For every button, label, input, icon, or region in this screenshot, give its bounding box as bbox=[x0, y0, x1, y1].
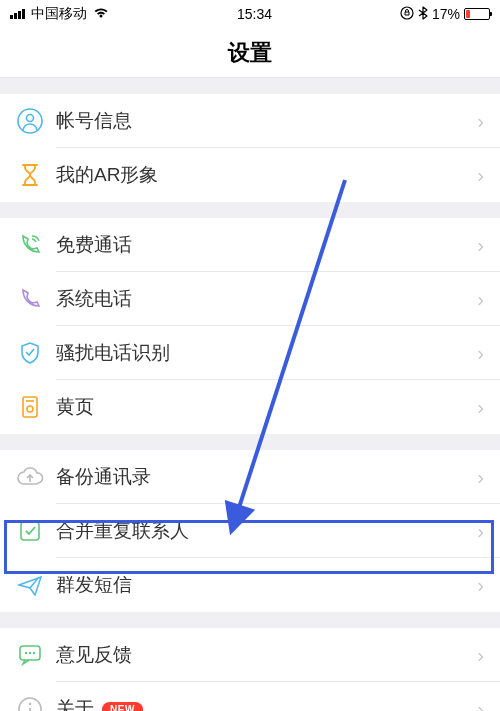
chevron-right-icon: › bbox=[477, 644, 484, 667]
item-spam-detection[interactable]: 骚扰电话识别 › bbox=[0, 326, 500, 380]
settings-group-4: 意见反馈 › 关于 NEW › bbox=[0, 628, 500, 711]
chevron-right-icon: › bbox=[477, 110, 484, 133]
bluetooth-icon bbox=[418, 6, 428, 23]
item-system-call[interactable]: 系统电话 › bbox=[0, 272, 500, 326]
item-label: 免费通话 bbox=[56, 232, 471, 258]
orientation-lock-icon bbox=[400, 6, 414, 23]
item-account-info[interactable]: 帐号信息 › bbox=[0, 94, 500, 148]
phone-wifi-icon bbox=[16, 231, 44, 259]
item-label: 合并重复联系人 bbox=[56, 518, 471, 544]
chevron-right-icon: › bbox=[477, 396, 484, 419]
status-bar: 中国移动 15:34 17% bbox=[0, 0, 500, 28]
item-about[interactable]: 关于 NEW › bbox=[0, 682, 500, 711]
hourglass-icon bbox=[16, 161, 44, 189]
item-label: 系统电话 bbox=[56, 286, 471, 312]
info-icon bbox=[16, 695, 44, 711]
item-bulk-sms[interactable]: 群发短信 › bbox=[0, 558, 500, 612]
battery-percent: 17% bbox=[432, 6, 460, 22]
item-yellow-pages[interactable]: 黄页 › bbox=[0, 380, 500, 434]
page-header: 设置 bbox=[0, 28, 500, 78]
page-title: 设置 bbox=[228, 38, 272, 68]
item-backup-contacts[interactable]: 备份通讯录 › bbox=[0, 450, 500, 504]
settings-group-2: 免费通话 › 系统电话 › 骚扰电话识别 › 黄页 › bbox=[0, 218, 500, 434]
item-feedback[interactable]: 意见反馈 › bbox=[0, 628, 500, 682]
item-label: 帐号信息 bbox=[56, 108, 471, 134]
send-icon bbox=[16, 571, 44, 599]
item-ar-avatar[interactable]: 我的AR形象 › bbox=[0, 148, 500, 202]
item-label: 黄页 bbox=[56, 394, 471, 420]
svg-rect-3 bbox=[23, 397, 37, 417]
chevron-right-icon: › bbox=[477, 520, 484, 543]
status-right: 17% bbox=[400, 6, 490, 23]
checkbox-icon bbox=[16, 517, 44, 545]
svg-point-11 bbox=[29, 703, 32, 706]
svg-point-8 bbox=[29, 652, 31, 654]
item-label: 关于 bbox=[56, 696, 94, 711]
page-icon bbox=[16, 393, 44, 421]
chat-icon bbox=[16, 641, 44, 669]
item-free-call[interactable]: 免费通话 › bbox=[0, 218, 500, 272]
item-label: 群发短信 bbox=[56, 572, 471, 598]
item-label: 骚扰电话识别 bbox=[56, 340, 471, 366]
svg-point-2 bbox=[27, 115, 34, 122]
svg-point-9 bbox=[33, 652, 35, 654]
status-left: 中国移动 bbox=[10, 5, 109, 23]
svg-point-4 bbox=[27, 406, 33, 412]
svg-point-7 bbox=[25, 652, 27, 654]
svg-point-0 bbox=[401, 7, 413, 19]
item-merge-contacts[interactable]: 合并重复联系人 › bbox=[0, 504, 500, 558]
chevron-right-icon: › bbox=[477, 288, 484, 311]
chevron-right-icon: › bbox=[477, 342, 484, 365]
chevron-right-icon: › bbox=[477, 234, 484, 257]
battery-icon bbox=[464, 8, 490, 20]
phone-icon bbox=[16, 285, 44, 313]
shield-icon bbox=[16, 339, 44, 367]
chevron-right-icon: › bbox=[477, 698, 484, 712]
status-time: 15:34 bbox=[237, 6, 272, 22]
signal-icon bbox=[10, 9, 25, 19]
wifi-icon bbox=[93, 7, 109, 21]
cloud-upload-icon bbox=[16, 463, 44, 491]
carrier-label: 中国移动 bbox=[31, 5, 87, 23]
person-icon bbox=[16, 107, 44, 135]
chevron-right-icon: › bbox=[477, 466, 484, 489]
settings-group-1: 帐号信息 › 我的AR形象 › bbox=[0, 94, 500, 202]
item-label: 备份通讯录 bbox=[56, 464, 471, 490]
item-label: 我的AR形象 bbox=[56, 162, 471, 188]
chevron-right-icon: › bbox=[477, 164, 484, 187]
chevron-right-icon: › bbox=[477, 574, 484, 597]
new-badge: NEW bbox=[102, 702, 143, 712]
svg-rect-5 bbox=[21, 522, 39, 540]
settings-group-3: 备份通讯录 › 合并重复联系人 › 群发短信 › bbox=[0, 450, 500, 612]
item-label: 意见反馈 bbox=[56, 642, 471, 668]
